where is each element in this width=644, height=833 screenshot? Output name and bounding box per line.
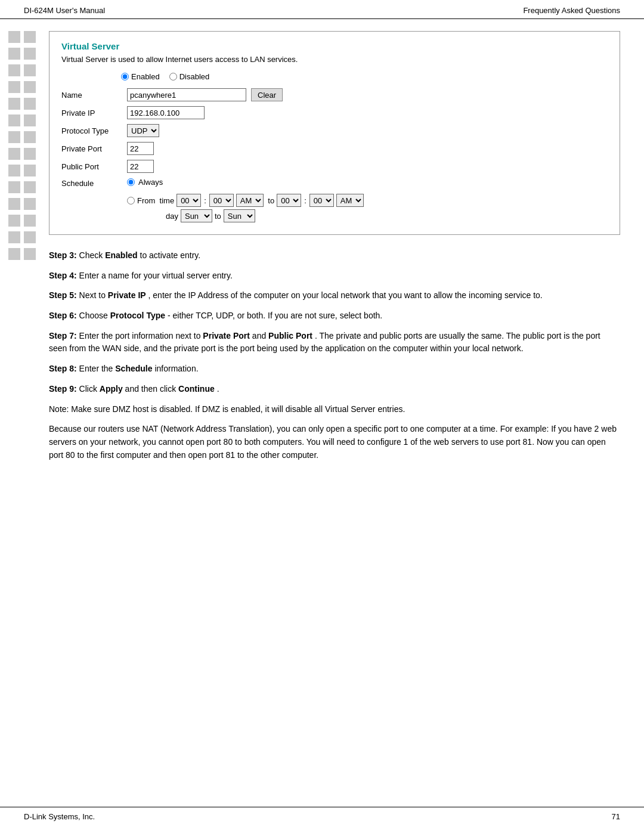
from-ampm-select[interactable]: AMPM — [236, 194, 264, 207]
sidebar-row — [8, 114, 35, 126]
sidebar-square — [8, 31, 20, 43]
sidebar-row — [8, 165, 35, 176]
sidebar-square — [8, 81, 20, 93]
from-time-row: From time 000102 030405 060708 09101112 … — [61, 194, 608, 207]
from-day-select[interactable]: SunMonTue WedThuFriSat — [181, 209, 212, 222]
vs-description: Virtual Server is used to allow Internet… — [61, 55, 608, 64]
always-label: Always — [138, 178, 163, 187]
to-ampm-select[interactable]: AMPM — [336, 194, 364, 207]
sidebar-square — [24, 48, 36, 60]
vs-title: Virtual Server — [61, 41, 608, 51]
sidebar-square — [8, 165, 20, 176]
sidebar-square — [24, 148, 36, 160]
from-hour-select[interactable]: 000102 030405 060708 09101112 — [177, 194, 201, 207]
sidebar-row — [8, 48, 35, 60]
to-time-label: to — [266, 196, 274, 205]
public-port-label: Public Port — [61, 162, 127, 171]
sidebar-row — [8, 31, 35, 43]
sidebar-square — [24, 98, 36, 110]
step7-text2: and — [252, 331, 268, 340]
step5-suffix: , enter the IP Address of the computer o… — [148, 290, 543, 300]
disabled-radio-label[interactable]: Disabled — [169, 72, 210, 81]
day-label: day — [166, 212, 178, 221]
name-row: Name Clear — [61, 88, 608, 101]
disabled-radio[interactable] — [169, 73, 177, 80]
always-radio[interactable] — [127, 178, 135, 186]
header-left: DI-624M User's Manual — [24, 6, 105, 15]
to-day-label: to — [215, 212, 221, 221]
private-ip-field — [127, 106, 205, 119]
step6-text: Choose — [79, 311, 110, 320]
sidebar-square — [8, 98, 20, 110]
sidebar-square — [24, 131, 36, 143]
step8-suffix: information. — [154, 364, 198, 373]
private-ip-row: Private IP — [61, 106, 608, 119]
step9-period: . — [217, 384, 219, 394]
name-input[interactable] — [127, 88, 246, 101]
to-day-select[interactable]: SunMonTue WedThuFriSat — [224, 209, 255, 222]
step7-prefix: Step 7: — [49, 331, 77, 340]
header-right: Frequently Asked Questions — [523, 6, 620, 15]
from-min-select[interactable]: 00153045 — [209, 194, 234, 207]
from-radio[interactable] — [127, 197, 135, 205]
protocol-row: Protocol Type TCP UDP Both — [61, 124, 608, 137]
schedule-fields: Always — [127, 178, 163, 189]
public-port-field — [127, 160, 154, 173]
to-min-select[interactable]: 00153045 — [309, 194, 334, 207]
step8: Step 8: Enter the Schedule information. — [49, 363, 620, 376]
sidebar-square — [8, 231, 20, 243]
sidebar-square — [24, 81, 36, 93]
enabled-radio[interactable] — [121, 73, 129, 80]
from-label: From time — [137, 196, 174, 205]
sidebar-squares — [0, 31, 43, 469]
sidebar-row — [8, 98, 35, 110]
step8-bold: Schedule — [115, 364, 152, 373]
steps-section: Step 3: Check Enabled to activate entry.… — [49, 249, 620, 462]
to-hour-select[interactable]: 000102 030405 060708 09101112 — [277, 194, 301, 207]
private-ip-input[interactable] — [127, 106, 205, 119]
schedule-label: Schedule — [61, 179, 127, 188]
sidebar-square — [8, 215, 20, 227]
private-port-label: Private Port — [61, 144, 127, 153]
step3-bold: Enabled — [105, 250, 137, 260]
step7-bold1: Private Port — [203, 331, 250, 340]
virtual-server-box: Virtual Server Virtual Server is used to… — [49, 31, 620, 235]
content-area: Virtual Server Virtual Server is used to… — [43, 31, 644, 469]
step5-prefix: Step 5: — [49, 290, 77, 300]
enabled-radio-label[interactable]: Enabled — [121, 72, 160, 81]
sidebar-row — [8, 231, 35, 243]
day-row: day SunMonTue WedThuFriSat to SunMonTue … — [61, 209, 608, 222]
step4-text: Enter a name for your virtual server ent… — [79, 271, 233, 280]
sidebar-square — [8, 148, 20, 160]
step6: Step 6: Choose Protocol Type - either TC… — [49, 309, 620, 323]
sidebar-square — [24, 181, 36, 193]
clear-button[interactable]: Clear — [251, 88, 283, 101]
step4-prefix: Step 4: — [49, 271, 77, 280]
protocol-field: TCP UDP Both — [127, 124, 159, 137]
protocol-select[interactable]: TCP UDP Both — [127, 124, 159, 137]
sidebar-square — [8, 248, 20, 260]
sidebar-row — [8, 148, 35, 160]
sidebar-row — [8, 131, 35, 143]
step7: Step 7: Enter the port information next … — [49, 330, 620, 355]
sidebar-square — [8, 198, 20, 210]
sidebar-square — [24, 64, 36, 76]
step7-text1: Enter the port information next to — [79, 331, 203, 340]
sidebar-square — [24, 215, 36, 227]
public-port-row: Public Port — [61, 160, 608, 173]
sidebar-square — [24, 165, 36, 176]
step9-prefix: Step 9: — [49, 384, 77, 394]
public-port-input[interactable] — [127, 160, 154, 173]
name-field: Clear — [127, 88, 283, 101]
sidebar-square — [24, 114, 36, 126]
step3: Step 3: Check Enabled to activate entry. — [49, 249, 620, 262]
enabled-label: Enabled — [131, 72, 160, 81]
sidebar-square — [8, 181, 20, 193]
private-port-input[interactable] — [127, 142, 154, 155]
sidebar-row — [8, 64, 35, 76]
step3-suffix: to activate entry. — [140, 250, 201, 260]
sidebar-row — [8, 248, 35, 260]
step9-text1: Click — [79, 384, 100, 394]
footer-left: D-Link Systems, Inc. — [24, 812, 95, 821]
step6-bold: Protocol Type — [110, 311, 165, 320]
